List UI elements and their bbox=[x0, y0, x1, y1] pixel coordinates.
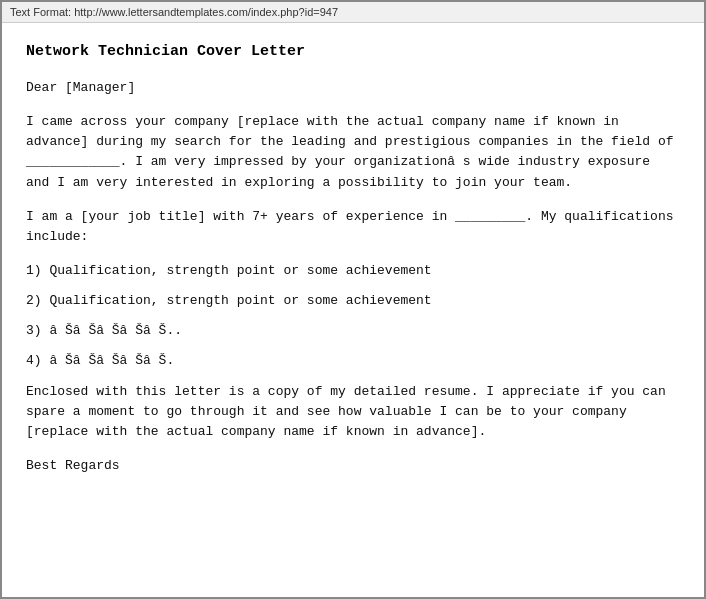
toolbar-text-format-label: Text Format: bbox=[10, 6, 71, 18]
browser-window: Text Format: http://www.lettersandtempla… bbox=[0, 0, 706, 599]
closing: Best Regards bbox=[26, 456, 680, 476]
paragraph-3: Enclosed with this letter is a copy of m… bbox=[26, 382, 680, 442]
content-area: Network Technician Cover Letter Dear [Ma… bbox=[2, 23, 704, 500]
list-item-1: 1) Qualification, strength point or some… bbox=[26, 261, 680, 281]
paragraph-2: I am a [your job title] with 7+ years of… bbox=[26, 207, 680, 247]
paragraph-1: I came across your company [replace with… bbox=[26, 112, 680, 193]
salutation: Dear [Manager] bbox=[26, 78, 680, 98]
toolbar-url[interactable]: http://www.lettersandtemplates.com/index… bbox=[74, 6, 338, 18]
document-title: Network Technician Cover Letter bbox=[26, 43, 680, 60]
toolbar-bar: Text Format: http://www.lettersandtempla… bbox=[2, 2, 704, 23]
list-item-3: 3) â Šâ Šâ Šâ Šâ Š.. bbox=[26, 321, 680, 341]
letter-body: Dear [Manager] I came across your compan… bbox=[26, 78, 680, 476]
list-item-2: 2) Qualification, strength point or some… bbox=[26, 291, 680, 311]
list-item-4: 4) â Šâ Šâ Šâ Šâ Š. bbox=[26, 351, 680, 371]
